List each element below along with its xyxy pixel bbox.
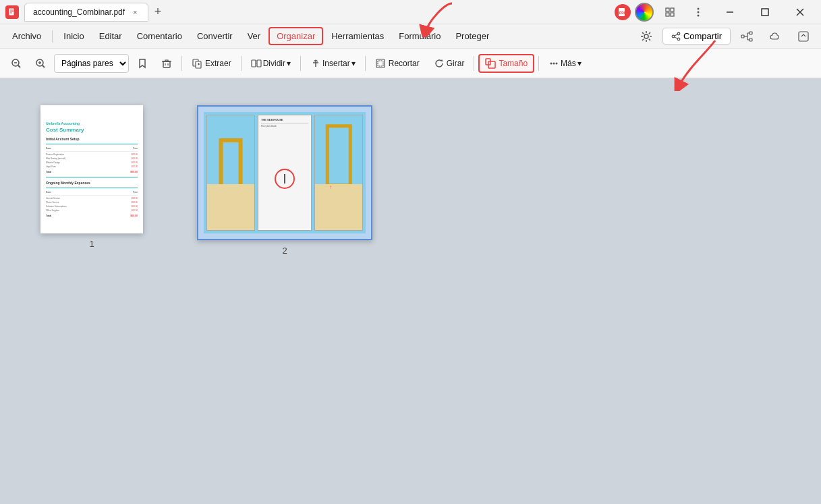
svg-rect-34 — [749, 38, 752, 41]
toolbar-separator-2 — [241, 56, 242, 71]
menu-inicio[interactable]: Inicio — [57, 28, 90, 44]
svg-rect-56 — [257, 60, 261, 67]
size-button[interactable]: Tamaño — [478, 54, 534, 73]
toolbar-separator-4 — [365, 56, 366, 71]
svg-rect-32 — [741, 35, 744, 38]
toolbar-separator-6 — [538, 56, 539, 71]
minimize-window-icon[interactable] — [658, 4, 682, 20]
svg-point-29 — [677, 38, 680, 40]
toolbar: Páginas pares Extraer Dividir ▾ Insertar… — [0, 49, 821, 78]
insert-label: Insertar — [322, 59, 350, 68]
share-button[interactable]: Compartir — [662, 28, 731, 45]
svg-rect-7 — [666, 8, 669, 11]
svg-point-69 — [556, 62, 558, 64]
zoom-select[interactable]: Páginas pares — [54, 54, 129, 73]
app-icon — [5, 5, 19, 19]
svg-point-67 — [550, 62, 553, 64]
svg-rect-39 — [799, 32, 808, 41]
menu-separator-1 — [52, 30, 53, 43]
user-avatar[interactable] — [635, 3, 654, 22]
window-minimize-button[interactable] — [714, 0, 745, 24]
svg-point-11 — [698, 7, 700, 9]
page-2-container: THE SEA HOUSE Floor plan details — [197, 105, 372, 256]
menu-herramientas[interactable]: Herramientas — [324, 28, 391, 44]
svg-line-24 — [649, 38, 650, 40]
main-content: Umbrella Accounting Cost Summary Initial… — [0, 78, 821, 504]
svg-rect-33 — [749, 32, 752, 34]
menu-formulario[interactable]: Formulario — [392, 28, 447, 44]
expand-icon[interactable] — [791, 28, 816, 45]
pdf-icon-button[interactable]: PDF — [615, 4, 631, 20]
delete-button[interactable] — [156, 55, 177, 72]
window-restore-button[interactable] — [749, 0, 781, 24]
svg-point-18 — [644, 34, 648, 38]
menu-bar: Archivo Inicio Editar Comentario Convert… — [0, 24, 821, 49]
cloud-icon[interactable] — [763, 28, 787, 45]
new-tab-button[interactable]: + — [148, 3, 167, 22]
share-label: Compartir — [683, 31, 722, 41]
menu-convertir[interactable]: Convertir — [190, 28, 239, 44]
svg-point-68 — [553, 62, 555, 64]
menu-ver[interactable]: Ver — [241, 28, 268, 44]
menu-editar[interactable]: Editar — [92, 28, 129, 44]
menu-archivo[interactable]: Archivo — [5, 28, 48, 44]
svg-rect-10 — [671, 13, 674, 16]
tab-bar: accounting_Combinar.pdf × + — [24, 3, 320, 22]
menu-proteger[interactable]: Proteger — [449, 28, 496, 44]
svg-rect-55 — [252, 60, 256, 67]
insert-button[interactable]: Insertar ▾ — [305, 55, 361, 72]
size-label: Tamaño — [499, 59, 528, 68]
tab-close-button[interactable]: × — [130, 7, 140, 17]
extract-button[interactable]: Extraer — [186, 55, 237, 72]
window-close-button[interactable] — [785, 0, 816, 24]
svg-line-42 — [18, 65, 20, 67]
svg-text:PDF: PDF — [619, 11, 626, 15]
divide-button[interactable]: Dividir ▾ — [246, 55, 296, 72]
toolbar-separator-5 — [474, 56, 474, 71]
cut-button[interactable]: Recortar — [370, 55, 425, 72]
thumb1-title: Cost Summary — [46, 127, 138, 133]
menu-organizar[interactable]: Organizar — [268, 27, 323, 45]
svg-rect-8 — [671, 8, 674, 11]
rotate-button[interactable]: Girar — [428, 55, 470, 72]
app-window: accounting_Combinar.pdf × + PDF — [0, 0, 821, 504]
zoom-out-button[interactable] — [5, 55, 27, 72]
svg-rect-9 — [666, 13, 669, 16]
thumb1-section1: Initial Account Setup — [46, 137, 138, 141]
title-bar: accounting_Combinar.pdf × + PDF — [0, 0, 821, 24]
svg-rect-47 — [163, 61, 170, 67]
svg-line-25 — [649, 32, 650, 34]
page-1-thumbnail[interactable]: Umbrella Accounting Cost Summary Initial… — [40, 105, 143, 233]
extract-label: Extraer — [205, 59, 231, 68]
svg-line-46 — [43, 65, 45, 67]
thumb1-company: Umbrella Accounting — [46, 121, 138, 125]
page-2-thumbnail[interactable]: THE SEA HOUSE Floor plan details — [197, 105, 372, 240]
svg-rect-63 — [378, 61, 383, 66]
tab-title: accounting_Combinar.pdf — [33, 7, 125, 17]
svg-point-12 — [698, 11, 700, 13]
svg-line-23 — [642, 32, 644, 34]
thumb1-section2: Ongoing Monthly Expenses — [46, 181, 138, 185]
page-1-container: Umbrella Accounting Cost Summary Initial… — [40, 105, 143, 249]
page-1-number: 1 — [89, 239, 94, 249]
rotate-label: Girar — [447, 59, 465, 68]
tree-icon[interactable] — [735, 28, 759, 45]
settings-icon[interactable] — [634, 28, 658, 45]
svg-point-27 — [677, 32, 680, 35]
menu-comentario[interactable]: Comentario — [130, 28, 189, 44]
page-2-number: 2 — [282, 246, 287, 256]
svg-line-31 — [675, 36, 677, 38]
divide-arrow: ▾ — [287, 59, 291, 68]
cut-label: Recortar — [389, 59, 420, 68]
svg-line-26 — [642, 38, 644, 40]
toolbar-separator-3 — [300, 56, 301, 71]
bookmark-button[interactable] — [132, 55, 153, 72]
more-label: Más — [561, 59, 576, 68]
divide-label: Dividir — [263, 59, 285, 68]
insert-arrow: ▾ — [351, 59, 356, 68]
active-tab[interactable]: accounting_Combinar.pdf × — [24, 3, 148, 22]
kebab-menu-button[interactable] — [686, 4, 710, 20]
more-button[interactable]: Más ▾ — [543, 55, 587, 72]
svg-point-13 — [698, 14, 700, 16]
zoom-in-button[interactable] — [30, 55, 51, 72]
